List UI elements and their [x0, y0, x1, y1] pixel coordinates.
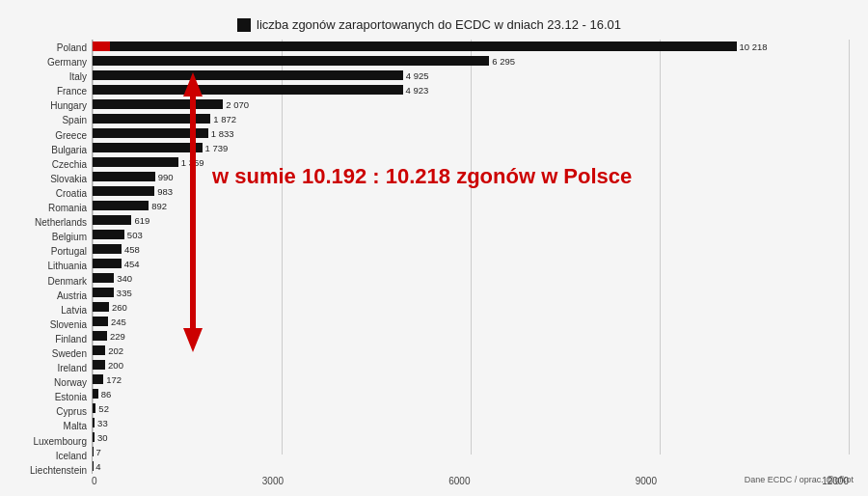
bar-netherlands [93, 215, 131, 225]
bar-value-lithuania: 454 [124, 259, 140, 269]
bar-value-ireland: 200 [108, 360, 123, 371]
bar-romania [93, 201, 149, 210]
chart-container: liczba zgonów zaraportowanych do ECDC w … [0, 0, 868, 496]
bar-belgium [93, 230, 124, 239]
grid-line [660, 40, 661, 455]
bar-value-portugal: 458 [124, 244, 140, 255]
y-label-poland: Poland [10, 41, 92, 55]
bar-value-austria: 335 [117, 288, 132, 298]
bar-value-finland: 229 [110, 331, 125, 342]
y-label-norway: Norway [10, 376, 92, 390]
x-axis-label: 0 [92, 476, 97, 486]
bar-value-poland: 10 218 [740, 41, 768, 52]
bar-value-netherlands: 619 [134, 215, 149, 226]
bars-and-x: 10 2186 2954 9254 9232 0701 8721 8331 73… [92, 40, 849, 480]
y-label-slovakia: Slovakia [10, 173, 92, 186]
bar-ireland [93, 360, 105, 370]
y-label-denmark: Denmark [10, 275, 92, 289]
y-label-lithuania: Lithuania [10, 260, 92, 273]
y-axis: PolandGermanyItalyFranceHungarySpainGree… [10, 40, 92, 480]
bar-value-norway: 172 [106, 374, 122, 385]
grid-line [282, 40, 283, 455]
y-label-latvia: Latvia [10, 304, 92, 317]
bar-italy [93, 70, 403, 80]
bar-austria [93, 288, 114, 297]
x-axis-label: 3000 [262, 476, 284, 486]
y-label-romania: Romania [10, 202, 92, 215]
bar-czechia [93, 157, 178, 167]
bar-malta [93, 418, 95, 427]
bar-value-iceland: 7 [95, 447, 100, 457]
x-axis-label: 9000 [636, 476, 657, 486]
y-label-ireland: Ireland [10, 362, 92, 375]
y-label-cyprus: Cyprus [10, 405, 92, 419]
bar-cyprus [93, 403, 95, 413]
grid-line [471, 40, 472, 455]
x-axis-label: 6000 [448, 476, 470, 486]
bar-value-latvia: 260 [112, 302, 127, 313]
y-label-portugal: Portugal [10, 245, 92, 259]
bar-row-poland: 10 218 [93, 40, 849, 53]
chart-title: liczba zgonów zaraportowanych do ECDC w … [10, 17, 849, 32]
bar-row-liechtenstein: 4 [93, 459, 849, 473]
chart-area: PolandGermanyItalyFranceHungarySpainGree… [10, 40, 849, 480]
bar-value-france: 4 923 [406, 85, 429, 96]
bar-slovenia [93, 317, 108, 326]
bar-france [93, 85, 403, 95]
bar-bulgaria [93, 143, 203, 152]
bar-value-belgium: 503 [127, 230, 143, 240]
bar-value-spain: 1 872 [213, 114, 236, 124]
bars-area: 10 2186 2954 9254 9232 0701 8721 8331 73… [92, 40, 849, 474]
y-label-luxembourg: Luxembourg [10, 435, 92, 449]
bar-value-slovenia: 245 [111, 317, 126, 327]
credit-text: Dane ECDC / oprac. @gfkot [745, 475, 854, 484]
bar-value-estonia: 86 [101, 389, 112, 400]
bar-estonia [93, 389, 98, 399]
bar-finland [93, 331, 107, 341]
bar-croatia [93, 186, 154, 196]
bar-denmark [93, 273, 114, 283]
bar-value-bulgaria: 1 739 [205, 143, 229, 153]
bar-slovakia [93, 172, 155, 181]
y-label-austria: Austria [10, 289, 92, 303]
y-label-malta: Malta [10, 420, 92, 433]
y-label-greece: Greece [10, 129, 92, 143]
bar-norway [93, 374, 103, 384]
y-label-bulgaria: Bulgaria [10, 144, 92, 157]
bar-value-luxembourg: 30 [97, 432, 108, 443]
y-label-italy: Italy [10, 70, 92, 84]
y-label-spain: Spain [10, 114, 92, 127]
bar-value-denmark: 340 [117, 273, 132, 284]
y-label-liechtenstein: Liechtenstein [10, 464, 92, 478]
bar-latvia [93, 302, 109, 312]
bar-sweden [93, 345, 105, 355]
grid-line [849, 40, 850, 455]
y-label-czechia: Czechia [10, 158, 92, 172]
bar-greece [93, 128, 208, 138]
bar-value-cyprus: 52 [98, 403, 109, 414]
chart-title-text: liczba zgonów zaraportowanych do ECDC w … [257, 17, 621, 32]
bar-value-malta: 33 [97, 418, 108, 428]
y-label-netherlands: Netherlands [10, 216, 92, 230]
bar-value-romania: 892 [151, 201, 167, 211]
bar-hungary [93, 99, 223, 109]
bar-value-sweden: 202 [108, 345, 123, 356]
bar-value-italy: 4 925 [406, 70, 429, 81]
bar-poland [93, 41, 737, 51]
y-label-germany: Germany [10, 56, 92, 69]
y-label-finland: Finland [10, 333, 92, 346]
bar-germany [93, 56, 489, 66]
y-label-hungary: Hungary [10, 99, 92, 113]
bar-value-germany: 6 295 [492, 56, 515, 67]
bar-luxembourg [93, 432, 95, 442]
bar-value-czechia: 1 359 [181, 157, 204, 168]
bar-lithuania [93, 259, 122, 268]
bar-row-germany: 6 295 [93, 54, 849, 68]
bar-value-slovakia: 990 [158, 172, 174, 182]
bar-value-hungary: 2 070 [226, 99, 249, 110]
y-label-france: France [10, 85, 92, 98]
x-axis: 030006000900012000 [92, 474, 849, 486]
y-label-estonia: Estonia [10, 391, 92, 404]
bar-value-croatia: 983 [157, 186, 173, 197]
y-label-slovenia: Slovenia [10, 318, 92, 332]
